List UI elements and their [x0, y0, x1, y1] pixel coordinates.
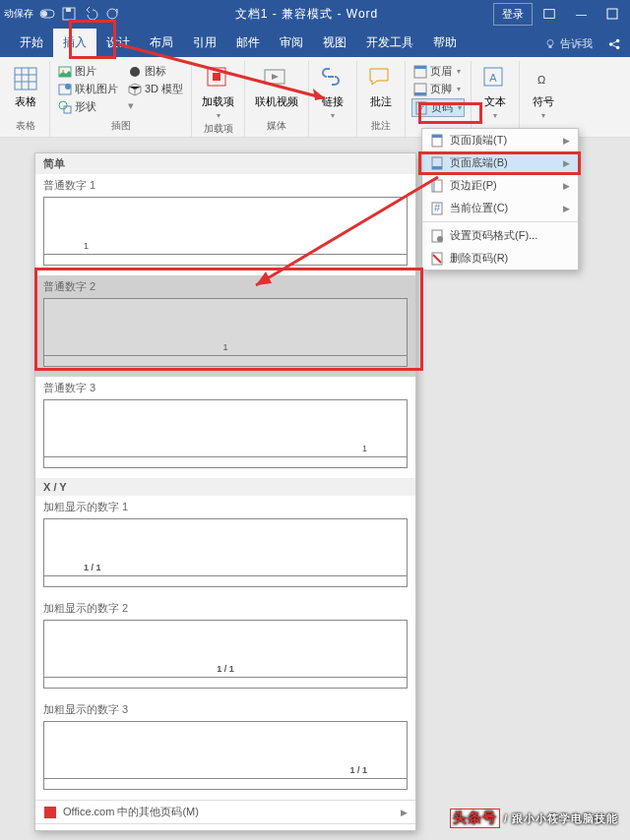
tab-mail[interactable]: 邮件 — [226, 29, 270, 57]
save-label: 将所选内容另存为页码(底端)(S) — [63, 828, 215, 831]
item-label: 普通数字 2 — [43, 279, 408, 294]
menu-remove-label: 删除页码(R) — [450, 251, 508, 266]
tab-dev[interactable]: 开发工具 — [356, 29, 423, 57]
item-label: 普通数字 1 — [43, 178, 408, 193]
menu-page-top[interactable]: 页面顶端(T)▶ — [422, 129, 578, 151]
tab-view[interactable]: 视图 — [313, 29, 356, 57]
office-icon — [43, 806, 57, 819]
online-pic-label: 联机图片 — [75, 82, 118, 96]
online-pictures-button[interactable]: 联机图片 — [56, 81, 120, 97]
page-number-label: 页码 — [431, 100, 453, 115]
menu-top-label: 页面顶端(T) — [450, 133, 507, 148]
svg-rect-49 — [45, 831, 55, 832]
page-number-icon: # — [414, 101, 428, 115]
group-label-illus: 插图 — [111, 119, 131, 135]
gallery-item-bold2[interactable]: 加粗显示的数字 2 1 / 1 — [35, 597, 415, 698]
page-number-gallery: 简单 普通数字 1 1 普通数字 2 1 普通数字 3 1 X / Y 加粗显示… — [34, 152, 416, 831]
footer-label: 页脚 — [430, 82, 452, 96]
gallery-item-plain2[interactable]: 普通数字 2 1 — [35, 275, 415, 377]
comment-button[interactable]: 批注 — [363, 63, 399, 119]
svg-text:#: # — [418, 101, 425, 111]
undo-icon[interactable] — [83, 6, 98, 22]
svg-point-11 — [616, 46, 620, 50]
chevron-right-icon: ▶ — [563, 204, 570, 213]
watermark: 头条号/ 跟小小筱学电脑技能 — [450, 809, 618, 828]
table-label: 表格 — [15, 94, 36, 109]
omega-icon: Ω — [530, 65, 557, 92]
table-icon — [12, 65, 39, 92]
svg-point-18 — [62, 70, 64, 72]
svg-rect-8 — [549, 45, 552, 47]
autosave-toggle[interactable]: 动保存 — [4, 7, 33, 21]
gallery-item-plain3[interactable]: 普通数字 3 1 — [35, 377, 415, 478]
redo-icon[interactable] — [104, 6, 120, 22]
group-label-comment: 批注 — [371, 119, 391, 135]
svg-text:#: # — [434, 202, 441, 213]
addins-button[interactable]: 加载项▾ — [198, 63, 238, 122]
svg-point-9 — [609, 42, 613, 46]
header-button[interactable]: 页眉▾ — [411, 63, 465, 80]
svg-point-7 — [547, 39, 553, 45]
symbols-label: 符号 — [533, 94, 554, 109]
textbox-button[interactable]: A文本▾ — [477, 63, 513, 135]
preview-number: 1 / 1 — [217, 664, 234, 674]
picture-icon — [58, 65, 72, 79]
3d-model-button[interactable]: 3D 模型 — [126, 81, 185, 97]
tab-start[interactable]: 开始 — [10, 29, 53, 57]
menu-page-margin[interactable]: 页边距(P)▶ — [422, 174, 578, 197]
share-icon[interactable] — [600, 31, 630, 57]
gallery-section-simple: 简单 — [35, 153, 415, 174]
tab-references[interactable]: 引用 — [183, 29, 226, 57]
save-selection-icon — [43, 829, 57, 832]
menu-format-page-number[interactable]: 设置页码格式(F)... — [422, 224, 578, 247]
item-label: 加粗显示的数字 1 — [43, 500, 408, 514]
pictures-button[interactable]: 图片 — [56, 63, 120, 80]
svg-point-21 — [59, 101, 67, 109]
minimize-button[interactable]: — — [566, 4, 597, 24]
window-title: 文档1 - 兼容模式 - Word — [120, 6, 493, 23]
gallery-item-plain1[interactable]: 普通数字 1 1 — [35, 174, 415, 275]
online-video-button[interactable]: 联机视频 — [251, 63, 302, 119]
pictures-label: 图片 — [75, 64, 96, 79]
table-button[interactable]: 表格 — [8, 63, 43, 119]
tab-review[interactable]: 审阅 — [270, 29, 313, 57]
ribbon-display-icon[interactable] — [535, 4, 564, 24]
save-icon[interactable] — [61, 6, 77, 22]
maximize-button[interactable] — [598, 4, 626, 24]
tab-layout[interactable]: 布局 — [140, 29, 183, 57]
chevron-right-icon: ▶ — [563, 181, 570, 191]
svg-line-47 — [433, 255, 441, 263]
video-label: 联机视频 — [255, 94, 298, 109]
textbox-icon: A — [481, 65, 509, 92]
gallery-item-bold1[interactable]: 加粗显示的数字 1 1 / 1 — [35, 496, 415, 597]
group-label-addins: 加载项 — [204, 122, 233, 138]
more-illus-button[interactable]: ▾ — [126, 98, 185, 113]
page-number-button[interactable]: #页码▾ — [411, 98, 465, 117]
tell-me[interactable]: 告诉我 — [536, 30, 600, 57]
cube-icon — [128, 83, 142, 96]
addins-label: 加载项 — [202, 94, 234, 109]
footer-button[interactable]: 页脚▾ — [411, 81, 465, 97]
lightbulb-icon — [544, 38, 556, 50]
links-button[interactable]: 链接▾ — [315, 63, 350, 135]
symbols-button[interactable]: Ω符号▾ — [526, 63, 561, 135]
gallery-item-bold3[interactable]: 加粗显示的数字 3 1 / 1 — [35, 698, 415, 800]
shapes-button[interactable]: 形状 — [56, 98, 120, 115]
svg-rect-39 — [432, 166, 442, 169]
svg-point-1 — [41, 11, 47, 17]
login-button[interactable]: 登录 — [493, 3, 533, 26]
menu-page-bottom[interactable]: 页面底端(B)▶ — [422, 151, 578, 174]
page-margin-icon — [430, 179, 444, 193]
icons-button[interactable]: 图标 — [126, 63, 185, 80]
tab-help[interactable]: 帮助 — [423, 29, 467, 57]
tab-insert[interactable]: 插入 — [53, 29, 96, 57]
menu-margin-label: 页边距(P) — [450, 178, 497, 193]
tab-design[interactable]: 设计 — [96, 29, 140, 57]
svg-point-45 — [437, 236, 443, 242]
toggle-off-icon[interactable] — [39, 6, 55, 22]
chevron-right-icon: ▶ — [563, 158, 570, 168]
menu-current-pos[interactable]: #当前位置(C)▶ — [422, 197, 578, 219]
format-icon — [430, 229, 444, 243]
menu-remove-page-number[interactable]: 删除页码(R) — [422, 247, 578, 270]
gallery-more-office[interactable]: Office.com 中的其他页码(M)▶ — [35, 800, 415, 823]
